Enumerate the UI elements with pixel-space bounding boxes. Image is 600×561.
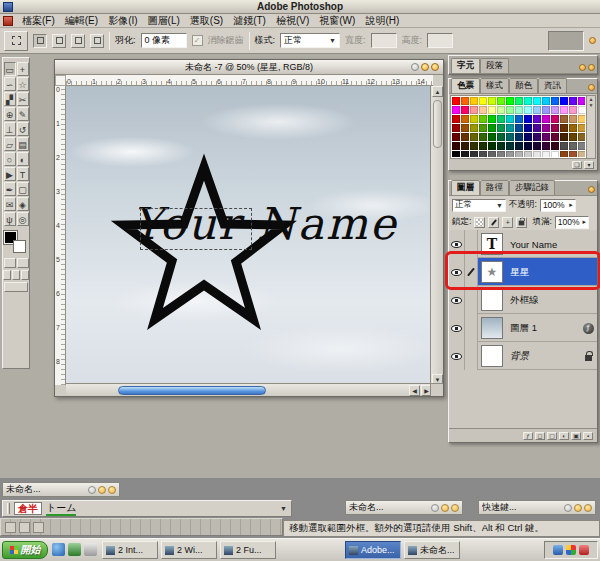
new-layer-button[interactable]: ▣ — [571, 432, 581, 440]
taskbar-button-4[interactable]: 未命名... — [404, 541, 460, 559]
layer-row-layer1[interactable]: 圖層 1 ƒ — [449, 314, 597, 342]
color-swatch[interactable] — [551, 124, 559, 132]
window-close-icon[interactable] — [451, 504, 459, 512]
antialias-checkbox[interactable]: ✓ — [192, 35, 203, 46]
color-swatch[interactable] — [560, 133, 568, 141]
layer-thumbnail[interactable]: ★ — [481, 261, 503, 283]
layer-style-button[interactable]: ƒ — [523, 432, 533, 440]
link-cell[interactable] — [465, 314, 478, 342]
ime-mode-indicator[interactable]: 倉半 — [14, 502, 42, 515]
color-swatch[interactable] — [479, 142, 487, 150]
color-swatch[interactable] — [524, 133, 532, 141]
layer-mask-button[interactable]: ◻ — [535, 432, 545, 440]
document-window[interactable]: 未命名 -7 @ 50% (星星, RGB/8) 012345678910111… — [54, 59, 444, 397]
tab-character[interactable]: 字元 — [451, 58, 480, 73]
color-swatch[interactable] — [515, 133, 523, 141]
feather-input[interactable]: 0 像素 — [141, 33, 187, 48]
menu-item-5[interactable]: 濾鏡(T) — [228, 14, 271, 28]
color-swatch[interactable] — [479, 115, 487, 123]
color-swatch[interactable] — [461, 106, 469, 114]
color-swatch[interactable] — [578, 97, 585, 105]
color-swatch[interactable] — [452, 133, 460, 141]
color-swatch[interactable] — [488, 97, 496, 105]
color-swatch[interactable] — [461, 151, 469, 157]
color-swatch[interactable] — [452, 106, 460, 114]
fill-input[interactable]: 100%▸ — [555, 216, 589, 229]
blend-mode-select[interactable]: 正常▼ — [452, 199, 506, 212]
color-swatch[interactable] — [542, 151, 550, 157]
link-cell[interactable] — [465, 342, 478, 370]
taskbar-button-0[interactable]: 2 Int... — [102, 541, 158, 559]
color-swatch[interactable] — [551, 142, 559, 150]
color-swatch[interactable] — [560, 97, 568, 105]
color-swatch[interactable] — [470, 115, 478, 123]
tool-gradient[interactable]: ▤ — [17, 137, 29, 151]
menu-item-3[interactable]: 圖層(L) — [143, 14, 185, 28]
visibility-toggle[interactable] — [449, 342, 465, 370]
quick-launch-icon[interactable] — [68, 543, 81, 556]
menu-item-1[interactable]: 編輯(E) — [60, 14, 103, 28]
color-swatch[interactable] — [542, 97, 550, 105]
quick-launch-icon[interactable] — [52, 543, 65, 556]
color-swatch[interactable] — [524, 124, 532, 132]
color-swatch[interactable] — [488, 133, 496, 141]
layer-thumbnail[interactable]: T — [481, 233, 503, 255]
color-swatch[interactable] — [524, 151, 532, 157]
menu-item-6[interactable]: 檢視(V) — [271, 14, 314, 28]
scroll-left-icon[interactable]: ◀ — [409, 385, 420, 396]
tool-magic-wand[interactable]: ☆ — [17, 77, 29, 91]
layer-style-icon[interactable]: ƒ — [583, 323, 594, 334]
color-swatch[interactable] — [452, 124, 460, 132]
color-swatch[interactable] — [569, 115, 577, 123]
color-swatch[interactable] — [506, 124, 514, 132]
color-swatch[interactable] — [578, 106, 585, 114]
height-input[interactable] — [427, 33, 453, 48]
tool-type[interactable]: T — [17, 167, 29, 181]
color-swatch[interactable] — [551, 97, 559, 105]
panel-collapse-icon[interactable] — [579, 64, 586, 71]
color-swatch[interactable] — [560, 151, 568, 157]
resize-grip[interactable] — [430, 383, 443, 396]
window-maximize-icon[interactable] — [574, 504, 582, 512]
width-input[interactable] — [371, 33, 397, 48]
color-swatch[interactable] — [461, 115, 469, 123]
color-swatch[interactable] — [479, 124, 487, 132]
adjustment-layer-button[interactable]: ◐ — [559, 432, 569, 440]
layer-set-button[interactable]: ▢ — [547, 432, 557, 440]
color-swatch[interactable] — [533, 106, 541, 114]
tray-icon[interactable] — [553, 545, 563, 555]
color-swatch[interactable] — [515, 115, 523, 123]
color-swatch[interactable] — [506, 115, 514, 123]
color-swatch[interactable] — [470, 133, 478, 141]
tray-icon[interactable] — [566, 545, 576, 555]
tab-color[interactable]: 顏色 — [509, 78, 538, 93]
color-swatch[interactable] — [524, 142, 532, 150]
color-swatch[interactable] — [515, 142, 523, 150]
layer-thumbnail[interactable] — [481, 317, 503, 339]
color-swatch[interactable] — [560, 142, 568, 150]
color-swatch[interactable] — [470, 106, 478, 114]
color-swatch[interactable] — [497, 151, 505, 157]
selection-mode-new-button[interactable] — [33, 34, 47, 48]
color-swatch[interactable] — [497, 106, 505, 114]
active-paint-cell[interactable] — [465, 258, 478, 286]
color-swatch[interactable] — [524, 115, 532, 123]
color-swatch[interactable] — [488, 115, 496, 123]
screen-mode-standard-button[interactable] — [3, 270, 11, 280]
layer-name[interactable]: 圖層 1 — [506, 322, 579, 335]
selection-mode-subtract-button[interactable] — [71, 34, 85, 48]
menu-item-4[interactable]: 選取(S) — [185, 14, 228, 28]
layer-row-outline[interactable]: 外框線 — [449, 286, 597, 314]
minimized-window-shortcuts[interactable]: 快速鍵... — [478, 500, 596, 515]
color-swatch[interactable] — [533, 124, 541, 132]
panel-close-icon[interactable] — [588, 84, 595, 91]
tool-brush[interactable]: ✎ — [17, 107, 29, 121]
fragment-icon[interactable] — [33, 522, 44, 533]
tab-paths[interactable]: 路徑 — [480, 180, 509, 195]
menu-item-7[interactable]: 視窗(W) — [314, 14, 360, 28]
palette-well[interactable] — [548, 31, 584, 51]
color-swatch[interactable] — [515, 151, 523, 157]
layer-row-background[interactable]: 背景 — [449, 342, 597, 370]
color-swatch[interactable] — [461, 97, 469, 105]
color-swatch[interactable] — [479, 97, 487, 105]
